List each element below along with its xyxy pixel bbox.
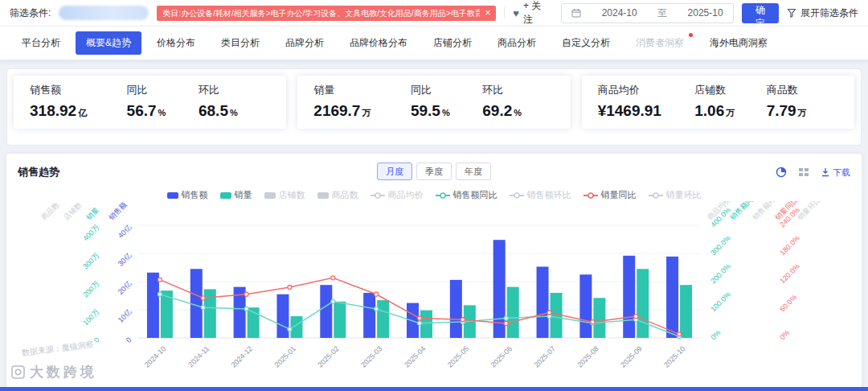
line-point[interactable] [678,332,682,336]
line-point[interactable] [201,306,205,310]
bar-volume[interactable] [334,302,346,338]
line-point[interactable] [288,327,292,331]
trend-chart: 40亿30亿20亿10亿0400万300万200万100万0400.0%300.… [18,201,850,391]
line-point[interactable] [461,318,465,322]
kpi-metric-value: 68.5% [199,102,270,120]
line-point[interactable] [375,292,379,296]
expand-filters-button[interactable]: 展开筛选条件 [787,6,858,20]
chart-header: 销售趋势 月度季度年度 下载 [18,163,850,182]
tab-item[interactable]: 店铺分析 [423,31,482,55]
pie-chart-icon[interactable] [776,167,787,178]
legend-label: 销售额环比 [527,189,571,201]
line-point[interactable] [504,321,508,325]
bar-volume[interactable] [377,300,389,338]
svg-text:300.0%: 300.0% [709,234,732,257]
legend-line-marker [371,191,385,200]
line-point[interactable] [504,316,508,320]
bar-sales[interactable] [320,285,332,338]
svg-text:2025-08: 2025-08 [575,344,600,368]
legend-item[interactable]: 销售额 [167,189,208,201]
legend-item[interactable]: 销量环比 [649,189,702,201]
tab-item[interactable]: 商品分析 [487,31,547,55]
line-point[interactable] [375,307,379,311]
svg-text:60.0%: 60.0% [778,293,798,313]
tab-item[interactable]: 消费者洞察 [625,31,694,55]
bar-volume[interactable] [420,311,432,338]
end-date-value[interactable]: 2025-10 [688,7,723,19]
legend-item[interactable]: 销量同比 [583,189,637,201]
legend-item[interactable]: 销售额同比 [436,189,497,201]
legend-item[interactable]: 商品均价 [371,189,424,201]
confirm-button[interactable]: 确定 [742,3,779,23]
svg-text:0%: 0% [709,328,722,341]
bar-volume[interactable] [637,269,649,338]
line-point[interactable] [591,320,595,324]
bar-sales[interactable] [190,269,203,338]
follow-label: + 关注 [523,0,545,27]
legend-label: 销售额同比 [453,189,497,201]
remove-filter-icon[interactable]: × [485,8,490,18]
tab-item[interactable]: 价格分布 [146,31,206,55]
tab-item[interactable]: 品牌价格分布 [339,31,418,55]
kpi-metric: 环比68.5% [199,83,270,120]
tab-item[interactable]: 概要&趋势 [76,31,141,55]
calendar-icon [571,8,581,18]
bar-volume[interactable] [680,285,692,338]
period-button[interactable]: 季度 [416,163,452,180]
date-range-picker[interactable]: 2024-10 至 2025-10 [561,3,733,23]
bar-sales[interactable] [579,274,592,338]
category-filter-tag: 类目:办公设备/耗材/相关服务>电子办公/学习设备、文具电教/文化用品/商务用品… [157,6,496,21]
follow-button[interactable]: ♥ + 关注 [513,0,545,27]
line-point[interactable] [634,315,638,319]
line-point[interactable] [331,299,335,303]
tab-item[interactable]: 平台分析 [11,31,71,55]
line-point[interactable] [244,292,248,296]
chart-legend: 销售额销量店铺数商品数商品均价销售额同比销售额环比销量同比销量环比 [18,189,850,201]
new-badge-dot [689,33,693,37]
start-date-value[interactable]: 2024-10 [602,7,637,19]
bar-sales[interactable] [537,266,549,338]
bar-sales[interactable] [276,294,289,338]
line-point[interactable] [547,311,551,315]
category-filter-text: 类目:办公设备/耗材/相关服务>电子办公/学习设备、文具电教/文化用品/商务用品… [162,6,480,21]
download-label: 下载 [833,167,850,179]
kpi-metric-value: 7.79万 [767,102,838,120]
line-point[interactable] [288,286,292,290]
kpi-panel: 销售额318.92亿同比56.7%环比68.5% 销量2169.7万同比59.5… [6,68,862,146]
tab-item[interactable]: 自定义分析 [551,31,620,55]
legend-item[interactable]: 销售额环比 [510,189,571,201]
kpi-metric-label: 环比 [199,83,270,97]
legend-line-marker [583,191,598,200]
bar-sales[interactable] [147,273,159,338]
tab-item[interactable]: 类目分析 [211,31,270,55]
legend-rect-marker [317,191,329,200]
divider [504,7,505,19]
line-point[interactable] [201,296,205,300]
svg-text:2025-06: 2025-06 [489,344,514,368]
kpi-metric: 同比59.5% [411,83,482,120]
period-button[interactable]: 月度 [377,163,412,180]
line-point[interactable] [418,316,422,320]
svg-text:2024-10: 2024-10 [143,344,167,368]
legend-item[interactable]: 销量 [220,189,252,201]
tab-item[interactable]: 海外电商洞察 [699,31,778,55]
bar-sales[interactable] [623,256,635,338]
legend-item[interactable]: 商品数 [317,189,358,201]
legend-item[interactable]: 店铺数 [264,189,305,201]
svg-text:2025-02: 2025-02 [316,344,340,368]
bar-volume[interactable] [507,287,519,338]
tab-item[interactable]: 品牌分析 [275,31,334,55]
download-button[interactable]: 下载 [821,167,850,179]
grid-view-icon[interactable] [798,167,809,178]
line-point[interactable] [331,276,335,280]
line-point[interactable] [418,321,422,325]
line-point[interactable] [158,292,162,296]
bar-volume[interactable] [593,298,605,338]
line-point[interactable] [244,307,248,311]
bar-sales[interactable] [450,280,462,338]
sales-trend-card: 销售趋势 月度季度年度 下载 销售额销量店铺数商品数商品均价销售额同比销售额环比… [6,154,862,391]
period-button[interactable]: 年度 [456,163,491,180]
bar-sales[interactable] [666,257,678,338]
bar-sales[interactable] [363,293,375,338]
line-point[interactable] [158,278,162,282]
